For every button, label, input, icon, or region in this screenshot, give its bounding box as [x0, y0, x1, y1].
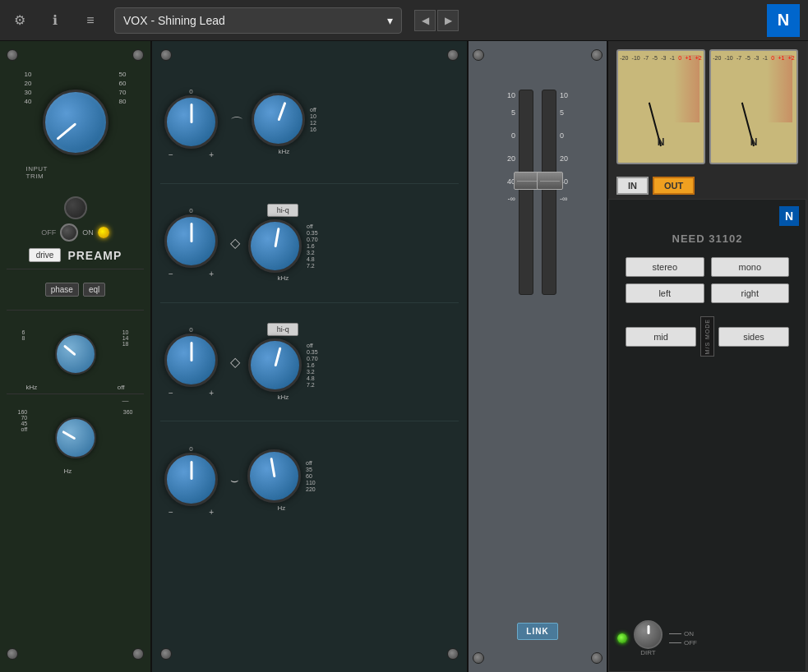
eq-band2-freq-knob[interactable]	[248, 219, 302, 273]
off-label: OFF	[41, 228, 56, 237]
screw-tl	[7, 49, 18, 61]
eq-band1-gain-knob[interactable]	[164, 95, 218, 149]
eq-band3-filter-symbol: ◇	[230, 354, 240, 370]
stereo-button[interactable]: stereo	[626, 257, 704, 277]
eq-band1-freq-unit: kHz	[279, 148, 290, 155]
eq-band-4: 0 −+ ⌣ off 35 60 110	[160, 421, 459, 540]
eq-band3-minus-plus: −+	[164, 389, 218, 398]
eq-panel: 0 −+ ⌒ off 10 12 16	[152, 41, 469, 672]
eq-band4-freq-scale: off 35 60 110 220	[306, 460, 316, 492]
mid-button[interactable]: mid	[626, 327, 696, 347]
ms-mode-block: M/S MODE	[700, 316, 714, 357]
vu-meters: -20-10-7-5-3-10+1+2 N -20-10-7-5-3-10+1+…	[608, 41, 806, 173]
eq-band4-freq-area: off 35 60 110 220 Hz	[247, 449, 316, 512]
eq-band3-freq-unit: kHz	[277, 394, 289, 401]
next-preset-button[interactable]: ▶	[437, 10, 459, 31]
switch-off-label: OFF	[684, 639, 697, 647]
info-icon[interactable]: ℹ	[44, 9, 67, 32]
preset-selector[interactable]: VOX - Shining Lead ▾	[114, 7, 402, 34]
lf-hz-label: Hz	[64, 467, 72, 475]
eql-button[interactable]: eql	[83, 283, 105, 297]
dirt-knob[interactable]	[634, 620, 663, 649]
eq-band3-hiq-button[interactable]: hi-q	[267, 323, 298, 336]
eq-band2-hiq-button[interactable]: hi-q	[267, 204, 298, 217]
power-switch[interactable]	[60, 223, 78, 242]
eq-band3-freq-scale: off 0.35 0.70 1.6 3.2 4.8 7.2	[307, 343, 318, 388]
mono-button[interactable]: mono	[711, 257, 790, 277]
eq-band3-freq-area: hi-q off 0.35 0.70 1.6 3.2 4.8 7.2	[248, 323, 318, 401]
need-title: NEED 31102	[617, 232, 797, 245]
channel-buttons: stereo mono left right	[617, 257, 797, 303]
out-button[interactable]: OUT	[653, 177, 695, 195]
eq-band-3: 0 −+ ◇ hi-q off 0.35 0.7	[160, 303, 459, 421]
eq-band4-freq-unit: Hz	[277, 504, 285, 512]
need-logo: N	[779, 206, 799, 226]
drive-button[interactable]: drive	[29, 248, 62, 262]
lf-right-mark: —	[122, 397, 129, 404]
eq-band4-freq-knob[interactable]	[247, 449, 301, 503]
right-fader-column: 10 5 0 20 40 -∞	[542, 90, 580, 295]
link-button[interactable]: LINK	[517, 623, 557, 640]
nav-arrows: ◀ ▶	[414, 10, 459, 31]
switch-on: ON	[669, 630, 697, 637]
eq-band3-gain-knob[interactable]	[164, 334, 218, 387]
fader-screw-tl	[473, 49, 484, 61]
eq-band1-freq-knob[interactable]	[252, 93, 305, 146]
vu-scale-right: -20-10-7-5-3-10+1+2	[711, 55, 796, 61]
eq-screw-tl	[160, 49, 172, 61]
input-trim-area: 10 20 30 40 50 60 70 80 INPUTTRIM	[18, 69, 133, 176]
eq-band-1: 0 −+ ⌒ off 10 12 16	[160, 65, 459, 183]
preamp-title: PREAMP	[67, 249, 122, 262]
input-trim-knob[interactable]	[43, 90, 109, 155]
eq-band3-freq-knob[interactable]	[248, 338, 302, 392]
right-button[interactable]: right	[711, 283, 790, 303]
eq-screw-br	[447, 648, 459, 660]
dropdown-icon: ▾	[387, 14, 393, 27]
eq-band4-gain-knob[interactable]	[164, 453, 218, 506]
eq-icon[interactable]: ≡	[79, 9, 102, 32]
screw-tr	[132, 49, 144, 61]
eq-band1-freq-area: off 10 12 16 kHz	[252, 93, 316, 155]
fader-area: 10 5 0 20 40 -∞	[473, 90, 603, 352]
power-controls: OFF ON	[7, 223, 144, 242]
eq-band1-filter-symbol: ⌒	[230, 115, 243, 132]
screw-br	[132, 648, 144, 660]
eq-band2-gain-label: 0	[189, 207, 192, 214]
eq-band4-gain-label: 0	[189, 445, 192, 453]
left-fader-column: 10 5 0 20 40 -∞	[495, 90, 533, 295]
eq-band2-freq-area: hi-q off 0.35 0.70 1.6 3.2 4.8 7.2	[248, 204, 318, 282]
fader-screw-bottom	[473, 652, 603, 664]
divider3	[7, 394, 144, 394]
prev-preset-button[interactable]: ◀	[414, 10, 436, 31]
eq-screw-tr	[447, 49, 459, 61]
left-button[interactable]: left	[626, 283, 704, 303]
divider1	[7, 269, 144, 269]
eq-band1-gain-area: 0 −+	[164, 88, 218, 159]
divider2	[7, 310, 144, 311]
eq-band3-gain-label: 0	[189, 326, 192, 334]
eq-band1-minus-plus: −+	[164, 150, 218, 159]
dirt-section: DIRT ON OFF	[609, 614, 806, 663]
on-label: ON	[82, 228, 94, 237]
drive-row: drive PREAMP	[29, 248, 122, 262]
hf-knob-area: 68 101418 kHz off	[18, 321, 133, 387]
ms-mode-label: M/S MODE	[704, 319, 710, 354]
hf-freq-knob[interactable]	[55, 334, 96, 375]
settings-icon[interactable]: ⚙	[8, 9, 31, 32]
phase-button[interactable]: phase	[45, 283, 79, 297]
eq-band3-gain-area: 0 −+	[164, 326, 218, 398]
phase-eql-row: phase eql	[45, 283, 106, 297]
fader-screw-tr	[591, 49, 603, 61]
in-button[interactable]: IN	[616, 177, 649, 195]
vu-scale-left: -20-10-7-5-3-10+1+2	[618, 55, 704, 61]
eq-band-2: 0 −+ ◇ hi-q off 0.35 0.7	[160, 184, 459, 302]
right-fader-track	[542, 90, 556, 295]
brand-logo: N	[767, 4, 800, 37]
sides-button[interactable]: sides	[718, 327, 789, 347]
fader-panel: 10 5 0 20 40 -∞	[469, 41, 608, 672]
drive-small-knob[interactable]	[64, 196, 87, 219]
dirt-knob-area: DIRT	[634, 620, 663, 656]
lf-freq-knob[interactable]	[55, 417, 96, 458]
eq-band2-gain-knob[interactable]	[164, 214, 218, 268]
right-fader-handle[interactable]	[537, 172, 563, 190]
